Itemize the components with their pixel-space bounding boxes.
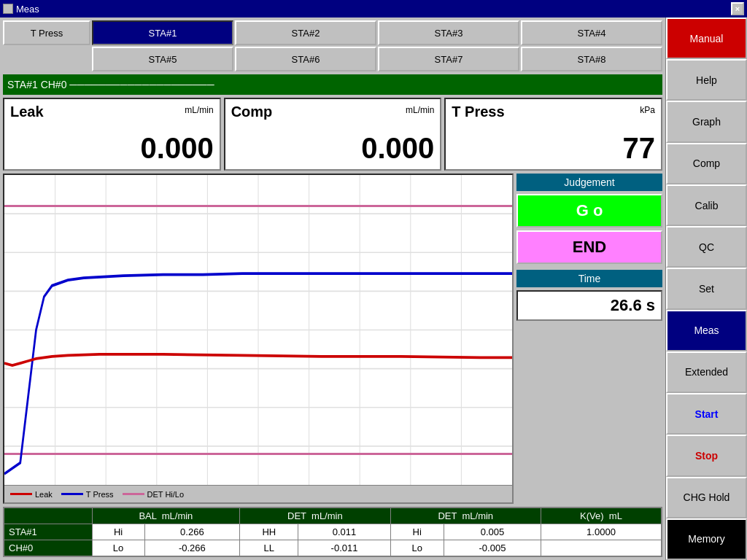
col-header-kve: K(Ve) mL [541,508,662,524]
sta7-tab[interactable]: STA#7 [378,47,519,71]
manual-button[interactable]: Manual [666,18,747,59]
cell-station-1: STA#1 [4,524,93,540]
chart-svg [4,175,512,485]
col-header-det2: DET mL/min [390,508,541,524]
memory-button[interactable]: Memory [666,518,747,560]
window-icon [3,4,13,14]
cell-bal-label-1: Hi [92,524,144,540]
col-header-det1: DET mL/min [240,508,390,524]
comp-display: Comp mL/min 0.000 [224,98,442,171]
comp-button[interactable]: Comp [666,143,747,184]
chart-container: Leak T Press DET Hi/Lo [3,174,514,504]
judgement-header: Judgement [516,174,662,191]
cell-det1-value-1: 0.011 [298,524,390,540]
graph-button[interactable]: Graph [666,101,747,142]
sta1-tab[interactable]: STA#1 [92,20,233,45]
stop-button[interactable]: Stop [666,435,747,476]
extended-button[interactable]: Extended [666,351,747,393]
legend-leak: Leak [10,490,53,499]
chart-area: Leak T Press DET Hi/Lo Judgement G o END [3,174,662,504]
meas-button[interactable]: Meas [666,310,747,351]
cell-det1-value-2: -0.011 [298,540,390,556]
cell-kve-1: 1.0000 [541,524,662,540]
cell-det2-label-1: Hi [390,524,444,540]
legend-tpress: T Press [61,490,114,499]
start-button[interactable]: Start [666,393,747,435]
data-table: BAL mL/min DET mL/min DET mL/min K(Ve) m… [3,507,662,557]
col-header-bal: BAL mL/min [92,508,240,524]
window-title-text: Meas [16,4,39,15]
sta3-tab[interactable]: STA#3 [378,20,519,45]
legend-tpress-label: T Press [86,490,114,499]
calib-button[interactable]: Calib [666,184,747,226]
time-header: Time [516,270,662,287]
cell-bal-label-2: Lo [92,540,144,556]
tpress-value: 77 [623,132,656,165]
tabs-container: T Press STA#1 STA#2 STA#3 STA#4 STA#5 ST… [3,20,662,71]
sta6-tab[interactable]: STA#6 [235,47,376,71]
legend-det-label: DET Hi/Lo [147,490,185,499]
end-button[interactable]: END [516,230,662,264]
cell-det1-label-1: HH [240,524,298,540]
time-value: 26.6 s [516,290,662,321]
cell-det2-value-1: 0.005 [444,524,541,540]
legend-leak-label: Leak [35,490,53,499]
right-panel: Manual Help Graph Comp Calib QC Set Meas… [665,18,747,560]
set-button[interactable]: Set [666,268,747,309]
go-button[interactable]: G o [516,194,662,228]
tpress-display: T Press kPa 77 [444,98,662,171]
tab-row-2: STA#5 STA#6 STA#7 STA#8 [3,47,662,71]
col-header-empty [4,508,93,524]
sta8-tab[interactable]: STA#8 [521,47,662,71]
cell-det2-value-2: -0.005 [444,540,541,556]
legend-det: DET Hi/Lo [123,490,185,499]
judgement-panel: Judgement G o END Time 26.6 s [516,174,662,504]
sta2-tab[interactable]: STA#2 [235,20,376,45]
tpress-unit: kPa [640,105,655,115]
legend-tpress-line [61,493,83,495]
qc-button[interactable]: QC [666,226,747,268]
comp-value: 0.000 [361,132,434,165]
table-header-row: BAL mL/min DET mL/min DET mL/min K(Ve) m… [4,508,662,524]
t-press-tab[interactable]: T Press [3,20,90,45]
window-title: Meas [3,4,39,15]
meas-display: Leak mL/min 0.000 Comp mL/min 0.000 T Pr… [3,98,662,171]
comp-label: Comp [231,104,273,120]
sta4-tab[interactable]: STA#4 [521,20,662,45]
leak-display: Leak mL/min 0.000 [3,98,221,171]
chg-hold-button[interactable]: CHG Hold [666,477,747,518]
close-button[interactable]: × [731,2,744,15]
tab-row-1: T Press STA#1 STA#2 STA#3 STA#4 [3,20,662,45]
sta5-tab[interactable]: STA#5 [92,47,233,71]
leak-unit: mL/min [185,105,213,115]
cell-station-2: CH#0 [4,540,93,556]
status-bar: STA#1 CH#0 ──────────────────── [3,74,662,95]
title-bar: Meas × [0,0,747,18]
leak-label: Leak [10,104,44,120]
cell-det1-label-2: LL [240,540,298,556]
chart-legend: Leak T Press DET Hi/Lo [4,485,512,502]
help-button[interactable]: Help [666,59,747,101]
cell-bal-value-2: -0.266 [144,540,240,556]
table-row: STA#1 Hi 0.266 HH 0.011 Hi 0.005 1.0000 [4,524,662,540]
comp-unit: mL/min [406,105,434,115]
cell-det2-label-2: Lo [390,540,444,556]
left-panel: T Press STA#1 STA#2 STA#3 STA#4 STA#5 ST… [0,18,665,560]
tpress-label: T Press [452,104,504,120]
cell-kve-2 [541,540,662,556]
leak-value: 0.000 [141,132,214,165]
main-container: T Press STA#1 STA#2 STA#3 STA#4 STA#5 ST… [0,18,747,560]
legend-det-line [123,493,144,495]
legend-leak-line [10,493,32,495]
table-row: CH#0 Lo -0.266 LL -0.011 Lo -0.005 [4,540,662,556]
cell-bal-value-1: 0.266 [144,524,240,540]
